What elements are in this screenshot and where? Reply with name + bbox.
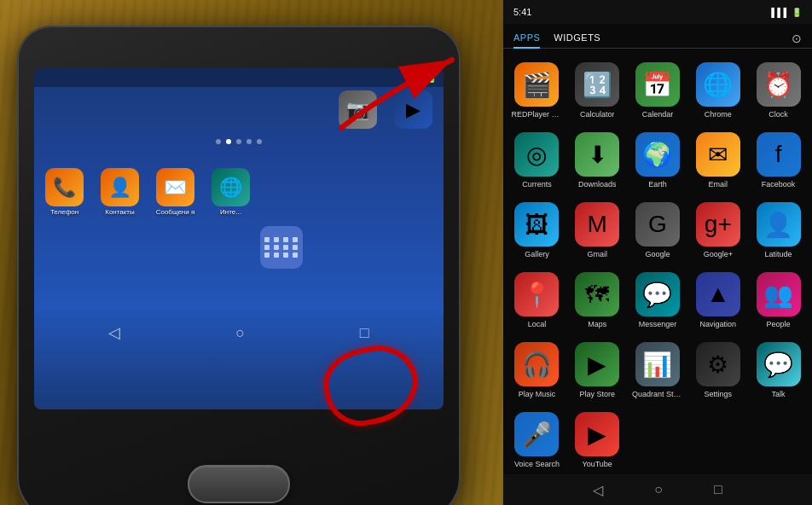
app-item-google[interactable]: GGoogle [628, 195, 688, 265]
app-icon-17: 💬 [635, 272, 680, 316]
app-item-calculator[interactable]: 🔢Calculator [567, 55, 628, 125]
app-icon-20: 🎧 [514, 342, 559, 386]
app-label-18: Navigation [700, 320, 737, 328]
app-label-6: Downloads [578, 180, 617, 189]
contacts-app[interactable]: 👤 Контакты [96, 168, 143, 216]
app-item-downloads[interactable]: ⬇Downloads [567, 125, 628, 195]
app-icon-22: 📊 [635, 342, 680, 386]
app-icon-12: G [635, 202, 680, 247]
app-item-talk[interactable]: 💬Talk [748, 335, 809, 405]
messages-app[interactable]: ✉️ Сообщени я [152, 168, 199, 216]
app-icon-4: ⏰ [757, 62, 801, 107]
app-item-email[interactable]: ✉Email [687, 125, 748, 195]
app-item-quadrant-standard[interactable]: 📊Quadrant Standard [628, 335, 688, 405]
app-item-navigation[interactable]: ▲Navigation [687, 265, 748, 335]
app-label-20: Play Music [519, 390, 556, 398]
app-item-latitude[interactable]: 👤Latitude [748, 195, 809, 265]
contacts-icon: 👤 [101, 168, 139, 206]
screen-app-video: ▶ [390, 90, 437, 129]
tablet-nav-bar: ◁ ○ □ [503, 474, 812, 505]
app-item-gmail[interactable]: MGmail [567, 195, 628, 265]
app-label-14: Latitude [765, 250, 792, 258]
app-icon-1: 🔢 [575, 62, 619, 107]
app-label-21: Play Store [579, 390, 615, 398]
app-item-voice-search[interactable]: 🎤Voice Search [507, 405, 567, 475]
home-button[interactable]: ○ [235, 324, 245, 342]
app-label-7: Earth [648, 180, 667, 189]
app-item-youtube[interactable]: ▶YouTube [567, 405, 628, 475]
phone-app[interactable]: 📞 Телефон [41, 168, 88, 216]
phone-device: ▐▐▐ 🔋 📷 ▶ [17, 26, 461, 505]
app-item-messenger[interactable]: 💬Messenger [628, 265, 688, 335]
battery-icon: 🔋 [426, 73, 437, 83]
app-label-25: Voice Search [514, 460, 560, 468]
grid-dot [264, 252, 270, 258]
app-icon-10: 🖼 [514, 202, 559, 247]
physical-home-button[interactable] [188, 465, 290, 503]
app-icon-0: 🎬 [514, 62, 559, 107]
app-icon-18: ▲ [696, 272, 740, 316]
app-icon-26: ▶ [575, 412, 619, 456]
recent-nav-button[interactable]: □ [714, 482, 722, 497]
app-label-23: Settings [705, 390, 733, 398]
app-item-play-music[interactable]: 🎧Play Music [507, 335, 567, 405]
app-item-clock[interactable]: ⏰Clock [748, 55, 809, 125]
app-item-redplayer-free[interactable]: 🎬REDPlayer FREE [507, 55, 567, 125]
app-item-calendar[interactable]: 📅Calendar [628, 55, 688, 125]
back-button[interactable]: ◁ [108, 323, 120, 342]
app-item-facebook[interactable]: fFacebook [748, 125, 809, 195]
grid-dot [264, 245, 270, 250]
grid-dot [274, 237, 279, 242]
tablet-time: 5:41 [513, 7, 531, 17]
dot-3 [236, 139, 241, 144]
left-panel: ▐▐▐ 🔋 📷 ▶ [0, 0, 503, 505]
phone-icon: 📞 [45, 168, 84, 206]
app-tabs: APPS WIDGETS ⊙ [503, 24, 812, 49]
app-label-26: YouTube [583, 460, 612, 468]
app-label-16: Maps [588, 320, 606, 328]
screen-top-row: 📷 ▶ [34, 87, 444, 132]
grid-dot [264, 237, 270, 242]
dot-5 [257, 139, 262, 144]
app-icon-19: 👥 [757, 272, 801, 316]
home-nav-button[interactable]: ○ [654, 482, 663, 497]
page-dots [34, 139, 444, 144]
app-item-settings[interactable]: ⚙Settings [687, 335, 748, 405]
tab-widgets[interactable]: WIDGETS [554, 29, 600, 48]
app-icon-25: 🎤 [514, 412, 559, 456]
app-item-maps[interactable]: 🗺Maps [567, 265, 628, 335]
app-item-people[interactable]: 👥People [748, 265, 809, 335]
app-item-gallery[interactable]: 🖼Gallery [507, 195, 567, 265]
app-item-chrome[interactable]: 🌐Chrome [687, 55, 748, 125]
app-item-currents[interactable]: ◎Currents [507, 125, 567, 195]
app-item-play-store[interactable]: ▶Play Store [567, 335, 628, 405]
internet-icon: 🌐 [212, 168, 250, 206]
grid-dot [293, 252, 298, 258]
menu-button[interactable]: □ [360, 324, 369, 342]
grid-dot [283, 245, 288, 250]
signal-icon: ▐▐▐ [405, 73, 423, 83]
app-icon-14: 👤 [757, 202, 801, 247]
app-item-local[interactable]: 📍Local [507, 265, 567, 335]
app-label-1: Calculator [580, 110, 615, 119]
app-icon-9: f [757, 132, 801, 177]
app-icon-7: 🌍 [635, 132, 680, 177]
apps-grid: 🎬REDPlayer FREE🔢Calculator📅Calendar🌐Chro… [503, 49, 812, 482]
app-icon-16: 🗺 [575, 272, 619, 316]
app-label-24: Talk [772, 390, 786, 398]
back-nav-button[interactable]: ◁ [593, 482, 603, 498]
app-icon-8: ✉ [696, 132, 740, 177]
app-drawer-button[interactable] [260, 226, 303, 269]
phone-label: Телефон [50, 208, 78, 216]
tab-apps[interactable]: APPS [513, 29, 540, 48]
app-item-earth[interactable]: 🌍Earth [628, 125, 688, 195]
dot-2 [226, 139, 231, 144]
app-icon-23: ⚙ [696, 342, 740, 386]
search-icon[interactable]: ⊙ [792, 32, 802, 45]
icon-row-1: 📞 Телефон 👤 Контакты ✉️ Сообщени я 🌐 Инт… [41, 168, 437, 216]
grid-dot [283, 237, 288, 242]
dot-1 [216, 139, 221, 144]
internet-app[interactable]: 🌐 Инте... [207, 168, 254, 216]
app-item-google+[interactable]: g+Google+ [687, 195, 748, 265]
app-icon-21: ▶ [575, 342, 619, 386]
